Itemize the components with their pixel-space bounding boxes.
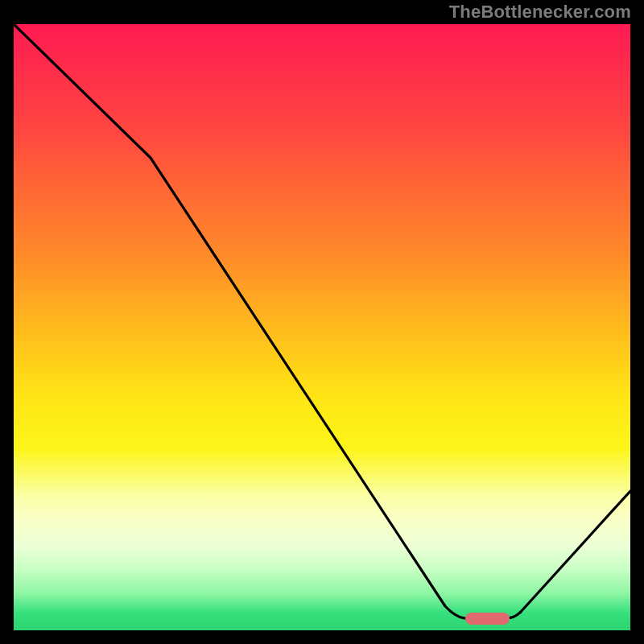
bottleneck-curve — [14, 24, 630, 630]
optimal-range-marker — [465, 613, 510, 625]
curve-path — [14, 24, 630, 618]
chart-plot-area — [14, 24, 630, 630]
attribution-text: TheBottlenecker.com — [449, 2, 631, 23]
chart-frame — [11, 22, 633, 633]
